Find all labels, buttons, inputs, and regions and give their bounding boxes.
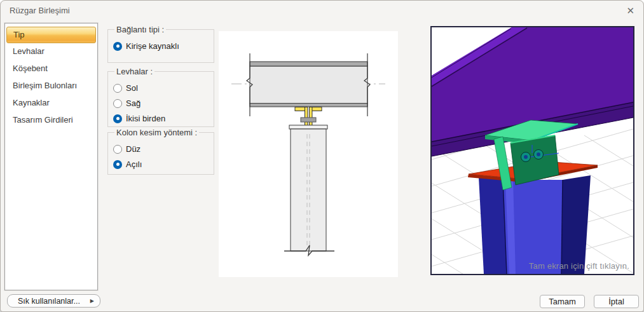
group-kolon-kesim: Kolon kesim yöntemi : Düz Açılı	[107, 128, 214, 175]
3d-render-svg	[432, 27, 633, 274]
connection-2d-diagram	[219, 31, 398, 277]
close-icon[interactable]: ✕	[626, 6, 634, 15]
group-title: Bağlantı tipi :	[114, 25, 166, 34]
radio-icon[interactable]	[113, 99, 122, 108]
favorites-label: Sık kullanılanlar...	[8, 297, 90, 306]
radio-label: Düz	[126, 144, 140, 154]
sidebar-item-kosebent[interactable]: Köşebent	[5, 60, 97, 78]
radio-label: Sağ	[126, 98, 140, 108]
2d-drawing-svg	[219, 31, 398, 277]
radio-icon[interactable]	[113, 145, 122, 154]
ok-button[interactable]: Tamam	[540, 295, 585, 308]
wind-connection-dialog: Rüzgar Birleşimi ✕ Tip Levhalar Köşebent…	[0, 0, 644, 312]
radio-icon[interactable]	[113, 42, 122, 51]
radio-kirise-kaynakli[interactable]: Kirişe kaynaklı	[113, 41, 209, 51]
radio-icon[interactable]	[113, 114, 122, 123]
title-bar: Rüzgar Birleşimi ✕	[1, 1, 643, 20]
dialog-title: Rüzgar Birleşimi	[10, 6, 70, 15]
radio-sol[interactable]: Sol	[113, 83, 209, 93]
sidebar-item-tip[interactable]: Tip	[6, 27, 96, 43]
radio-label: Açılı	[126, 159, 142, 169]
chevron-right-icon: ▶	[90, 298, 100, 304]
radio-label: İkisi birden	[126, 114, 165, 123]
group-title: Levhalar :	[114, 67, 154, 76]
radio-duz[interactable]: Düz	[113, 144, 209, 154]
radio-sag[interactable]: Sağ	[113, 98, 209, 108]
group-levhalar: Levhalar : Sol Sağ İkisi birden	[107, 67, 214, 127]
radio-label: Kirişe kaynaklı	[126, 41, 179, 51]
sidebar-nav: Tip Levhalar Köşebent Birleşim Bulonları…	[4, 23, 98, 290]
sidebar-item-birlesim-bulonlari[interactable]: Birleşim Bulonları	[5, 78, 97, 95]
group-baglanti-tipi: Bağlantı tipi : Kirişe kaynaklı	[107, 25, 214, 63]
preview-3d-viewport[interactable]: Tam ekran için çift tıklayın.	[430, 26, 634, 275]
radio-acili[interactable]: Açılı	[113, 159, 209, 169]
sidebar-item-tasarim-girdileri[interactable]: Tasarım Girdileri	[5, 112, 97, 129]
radio-icon[interactable]	[113, 160, 122, 169]
cancel-button[interactable]: İptal	[594, 295, 639, 308]
radio-ikisi-birden[interactable]: İkisi birden	[113, 114, 209, 123]
sidebar-item-levhalar[interactable]: Levhalar	[5, 43, 97, 60]
group-title: Kolon kesim yöntemi :	[114, 128, 199, 137]
fullscreen-hint-text: Tam ekran için çift tıklayın.	[529, 261, 629, 271]
sidebar-item-kaynaklar[interactable]: Kaynaklar	[5, 95, 97, 112]
radio-icon[interactable]	[113, 84, 122, 93]
radio-label: Sol	[126, 83, 138, 93]
favorites-button[interactable]: Sık kullanılanlar... ▶	[7, 294, 100, 308]
